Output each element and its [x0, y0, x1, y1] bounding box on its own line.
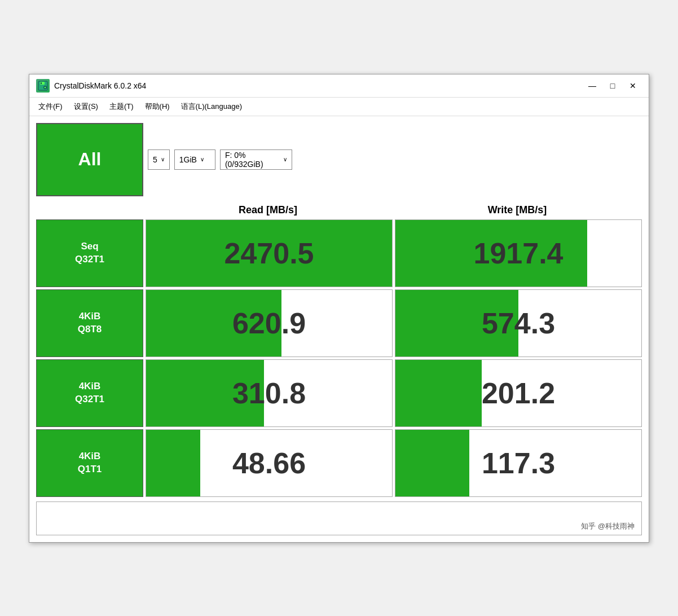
- row-label-0: SeqQ32T1: [36, 219, 143, 287]
- write-header: Write [MB/s]: [393, 202, 642, 218]
- menu-help[interactable]: 帮助(H): [140, 100, 174, 113]
- content-area: All 5 ∨ 1GiB ∨ F: 0% (0/932GiB) ∨ Read […: [29, 116, 649, 542]
- header-spacer: [36, 202, 143, 218]
- row-label-3: 4KiBQ1T1: [36, 429, 143, 497]
- read-cell-0: 2470.5: [146, 219, 393, 287]
- close-button[interactable]: ✕: [624, 79, 642, 93]
- svg-rect-2: [41, 82, 42, 84]
- write-value-2: 201.2: [482, 376, 555, 410]
- read-cell-1: 620.9: [146, 289, 393, 357]
- write-value-1: 574.3: [482, 306, 555, 340]
- title-bar-left: CrystalDiskMark 6.0.2 x64: [36, 79, 146, 93]
- write-cell-0: 1917.4: [395, 219, 642, 287]
- menu-settings[interactable]: 设置(S): [69, 100, 103, 113]
- drive-dropdown[interactable]: F: 0% (0/932GiB) ∨: [220, 149, 292, 170]
- maximize-button[interactable]: □: [604, 79, 622, 93]
- write-value-0: 1917.4: [473, 236, 563, 270]
- row-label-1: 4KiBQ8T8: [36, 289, 143, 357]
- count-dropdown[interactable]: 5 ∨: [148, 149, 170, 170]
- status-bar: 知乎 @科技雨神: [36, 501, 642, 535]
- drive-arrow: ∨: [283, 156, 287, 162]
- count-arrow: ∨: [161, 156, 165, 162]
- menu-language[interactable]: 语言(L)(Language): [177, 100, 246, 113]
- menu-bar: 文件(F) 设置(S) 主题(T) 帮助(H) 语言(L)(Language): [29, 98, 649, 116]
- row-label-2: 4KiBQ32T1: [36, 359, 143, 427]
- write-cell-1: 574.3: [395, 289, 642, 357]
- read-cell-3: 48.66: [146, 429, 393, 497]
- size-value: 1GiB: [179, 155, 197, 164]
- read-value-1: 620.9: [232, 306, 306, 340]
- minimize-button[interactable]: —: [583, 79, 601, 93]
- drive-value: F: 0% (0/932GiB): [225, 151, 280, 169]
- menu-file[interactable]: 文件(F): [34, 100, 67, 113]
- data-grid: SeqQ32T12470.51917.44KiBQ8T8620.9574.34K…: [36, 219, 642, 497]
- watermark: 知乎 @科技雨神: [581, 521, 635, 531]
- top-controls: All 5 ∨ 1GiB ∨ F: 0% (0/932GiB) ∨: [36, 123, 642, 196]
- write-cell-3: 117.3: [395, 429, 642, 497]
- read-header: Read [MB/s]: [143, 202, 393, 218]
- all-button[interactable]: All: [36, 123, 143, 196]
- write-value-3: 117.3: [482, 446, 555, 480]
- table-row: 4KiBQ32T1310.8201.2: [36, 359, 642, 427]
- main-window: CrystalDiskMark 6.0.2 x64 — □ ✕ 文件(F) 设置…: [29, 74, 649, 543]
- controls-right: 5 ∨ 1GiB ∨ F: 0% (0/932GiB) ∨: [148, 149, 292, 170]
- svg-point-4: [45, 86, 46, 88]
- size-dropdown[interactable]: 1GiB ∨: [174, 149, 215, 170]
- read-value-0: 2470.5: [224, 236, 314, 270]
- app-icon: [36, 79, 50, 93]
- read-value-3: 48.66: [232, 446, 306, 480]
- window-controls: — □ ✕: [583, 79, 642, 93]
- window-title: CrystalDiskMark 6.0.2 x64: [54, 81, 146, 90]
- column-headers: Read [MB/s] Write [MB/s]: [36, 202, 642, 218]
- title-bar: CrystalDiskMark 6.0.2 x64 — □ ✕: [29, 74, 649, 98]
- read-value-2: 310.8: [232, 376, 306, 410]
- menu-theme[interactable]: 主题(T): [105, 100, 138, 113]
- write-cell-2: 201.2: [395, 359, 642, 427]
- table-row: 4KiBQ8T8620.9574.3: [36, 289, 642, 357]
- table-row: 4KiBQ1T148.66117.3: [36, 429, 642, 497]
- count-value: 5: [153, 155, 157, 164]
- read-cell-2: 310.8: [146, 359, 393, 427]
- size-arrow: ∨: [200, 156, 204, 162]
- table-row: SeqQ32T12470.51917.4: [36, 219, 642, 287]
